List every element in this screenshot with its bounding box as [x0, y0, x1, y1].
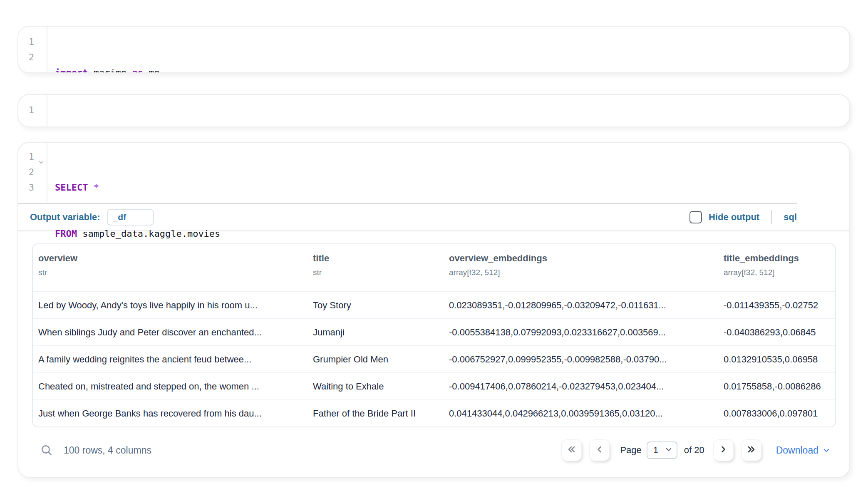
total-pages-label: of 20 — [684, 445, 704, 456]
code-token: mo — [143, 67, 160, 73]
code-editor[interactable]: duckdb.sql(f"ATTACH 'md:_share/sample_da… — [47, 95, 590, 126]
output-variable-input[interactable]: _df — [107, 209, 154, 226]
output-variable-label: Output variable: — [30, 212, 100, 223]
cell-title: Toy Story — [308, 300, 444, 311]
search-icon[interactable] — [40, 443, 54, 457]
download-chevron-icon — [823, 446, 830, 454]
page-select[interactable]: 1 — [647, 441, 677, 459]
line-number-gutter: 1 2 — [18, 27, 47, 72]
cell-overview-embeddings: -0.009417406,0.07860214,-0.023279453,0.0… — [444, 381, 718, 392]
code-editor[interactable]: SELECT * FROM sample_data.kaggle.movies … — [47, 143, 220, 203]
cell-overview: When siblings Judy and Peter discover an… — [33, 327, 308, 338]
line-number: 2 — [18, 50, 47, 65]
operator-token: * — [94, 182, 99, 193]
line-number: 1 — [18, 102, 47, 118]
cell-title: Father of the Bride Part II — [308, 408, 444, 419]
next-page-button[interactable] — [714, 440, 733, 461]
keyword-token: as — [132, 67, 143, 73]
next-page-icon — [718, 444, 728, 456]
cell-overview: Cheated on, mistreated and stepped on, t… — [33, 381, 308, 392]
cell-overview-embeddings: 0.023089351,-0.012809965,-0.03209472,-0.… — [444, 300, 718, 311]
cell-title-embeddings: 0.01755858,-0.0086286 — [718, 381, 835, 392]
prev-page-icon — [595, 444, 605, 456]
page-select-chevron-icon — [665, 446, 672, 455]
prev-page-button[interactable] — [590, 440, 609, 461]
keyword-token: SELECT — [55, 182, 88, 193]
cell-title-embeddings: 0.007833006,0.097801 — [718, 408, 835, 419]
column-header-title[interactable]: title str — [308, 253, 444, 291]
cell-overview-embeddings: 0.041433044,0.042966213,0.0039591365,0.0… — [444, 408, 718, 419]
cell-title-embeddings: -0.040386293,0.06845 — [718, 327, 835, 338]
cell-title: Jumanji — [308, 327, 444, 338]
line-number: 2 — [18, 164, 47, 180]
line-number-gutter: 1 — [18, 95, 47, 126]
code-line[interactable]: FROM sample_data.kaggle.movies — [55, 226, 220, 241]
cell-title: Waiting to Exhale — [308, 381, 444, 392]
result-table: overview str title str overview_embeddin… — [32, 243, 836, 427]
cell-title-embeddings: -0.011439355,-0.02752 — [718, 300, 835, 311]
line-number: 1 — [18, 149, 47, 164]
language-toggle[interactable]: sql — [784, 212, 797, 223]
line-number: 1 — [18, 34, 47, 50]
table-row: Just when George Banks has recovered fro… — [33, 399, 835, 427]
code-cell-attach-db[interactable]: 1 duckdb.sql(f"ATTACH 'md:_share/sample_… — [17, 94, 850, 127]
table-row: A family wedding reignites the ancient f… — [33, 345, 835, 372]
table-row: When siblings Judy and Peter discover an… — [33, 318, 835, 345]
last-page-button[interactable] — [742, 440, 761, 461]
code-token — [88, 182, 93, 193]
cell-overview-embeddings: -0.0055384138,0.07992093,0.023316627,0.0… — [444, 327, 718, 338]
keyword-token: FROM — [55, 228, 77, 239]
hide-output-checkbox[interactable] — [689, 211, 702, 223]
table-row: Led by Woody, Andy's toys live happily i… — [33, 291, 835, 318]
table-footer: 100 rows, 4 columns Page 1 of 20 — [32, 439, 836, 461]
row-count-summary: 100 rows, 4 columns — [64, 445, 151, 456]
column-header-overview[interactable]: overview str — [33, 253, 308, 291]
table-row: Cheated on, mistreated and stepped on, t… — [33, 372, 835, 399]
table-header-row: overview str title str overview_embeddin… — [33, 244, 835, 291]
code-cell-imports[interactable]: 1 2 import marimo as mo import duckdb — [17, 26, 850, 73]
code-line[interactable]: SELECT * — [55, 180, 220, 195]
first-page-icon — [567, 444, 577, 456]
code-token: sample_data.kaggle.movies — [77, 228, 220, 239]
cell-overview: Just when George Banks has recovered fro… — [33, 408, 308, 419]
code-token: marimo — [88, 67, 132, 73]
cell-overview: Led by Woody, Andy's toys live happily i… — [33, 300, 308, 311]
cell-overview: A family wedding reignites the ancient f… — [33, 354, 308, 365]
column-header-title-embeddings[interactable]: title_embeddings array[f32, 512] — [718, 253, 835, 291]
line-number-gutter: 1 2 3 — [18, 143, 47, 203]
cell-title: Grumpier Old Men — [308, 354, 444, 365]
last-page-icon — [746, 444, 756, 456]
hide-output-label: Hide output — [709, 212, 759, 223]
line-number: 3 — [18, 180, 47, 195]
code-editor[interactable]: import marimo as mo import duckdb — [47, 27, 160, 72]
column-header-overview-embeddings[interactable]: overview_embeddings array[f32, 512] — [444, 253, 718, 291]
download-button[interactable]: Download — [776, 445, 830, 456]
code-line[interactable]: import marimo as mo — [55, 65, 160, 73]
divider — [771, 210, 772, 224]
keyword-token: import — [55, 67, 88, 73]
sql-cell-movies-query[interactable]: 1 2 3 SELECT * FROM sample_data.kaggle.m… — [17, 142, 850, 478]
cell-overview-embeddings: -0.006752927,0.099952355,-0.009982588,-0… — [444, 354, 718, 365]
cell-title-embeddings: 0.0132910535,0.06958 — [718, 354, 835, 365]
page-label: Page — [620, 445, 641, 456]
first-page-button[interactable] — [562, 440, 581, 461]
